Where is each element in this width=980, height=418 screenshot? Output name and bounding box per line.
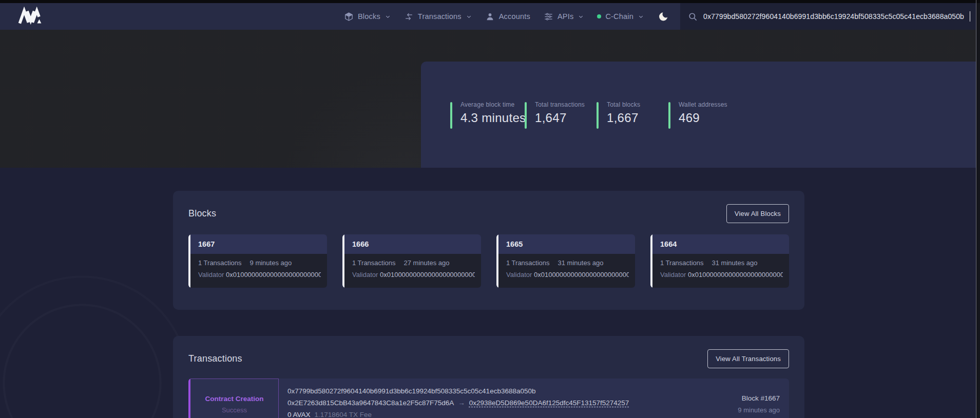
page-body: Blocks View All Blocks 1667 1 Transactio…: [0, 168, 980, 418]
transactions-section-header: Transactions View All Transactions: [188, 349, 789, 368]
stat-value: 4.3 minutes: [460, 111, 526, 125]
block-time-ago: 31 minutes ago: [558, 259, 604, 267]
validator-label: Validator: [198, 271, 224, 278]
block-number: 1667: [190, 234, 327, 254]
stat-label: Total transactions: [535, 101, 585, 108]
stat-total-transactions: Total transactions 1,647: [525, 101, 597, 129]
validator-label: Validator: [506, 271, 532, 278]
block-number: 1664: [652, 234, 789, 254]
transactions-section: Transactions View All Transactions Contr…: [173, 336, 804, 418]
stat-value: 1,667: [607, 111, 640, 125]
blocks-section: Blocks View All Blocks 1667 1 Transactio…: [173, 191, 804, 310]
transaction-status-box: Contract Creation Success: [190, 379, 279, 418]
transaction-details: 0x7799bd580272f9604140b6991d3bb6c19924bf…: [279, 379, 686, 418]
block-card-list: 1667 1 Transactions 9 minutes ago Valida…: [188, 234, 789, 288]
chevron-down-icon: [466, 14, 472, 19]
transaction-meta: Block #1667 9 minutes ago: [686, 379, 789, 418]
search-input[interactable]: 0x7799bd580272f9604140b6991d3bb6c19924bf…: [680, 3, 980, 30]
chevron-down-icon: [385, 14, 391, 19]
block-time-ago: 31 minutes ago: [712, 259, 758, 267]
block-card-body: 1 Transactions 27 minutes ago Validator …: [344, 254, 481, 288]
nav-item-accounts[interactable]: Accounts: [485, 12, 530, 22]
block-card-body: 1 Transactions 31 minutes ago Validator …: [498, 254, 635, 288]
block-card-accent: [188, 234, 190, 288]
nav-label-blocks: Blocks: [358, 12, 380, 21]
block-time-ago: 27 minutes ago: [404, 259, 450, 267]
block-card[interactable]: 1667 1 Transactions 9 minutes ago Valida…: [188, 234, 327, 288]
block-card-body: 1 Transactions 9 minutes ago Validator 0…: [190, 254, 327, 288]
validator-label: Validator: [352, 271, 378, 278]
cube-icon: [344, 12, 354, 22]
swap-icon: [404, 12, 414, 22]
stat-accent-bar: [450, 102, 452, 129]
block-time-ago: 9 minutes ago: [250, 259, 292, 267]
navbar: Blocks Transactions Accounts: [0, 3, 980, 30]
search-icon: [688, 12, 698, 22]
transaction-row: Contract Creation Success 0x7799bd580272…: [188, 379, 789, 418]
block-tx-count: 1 Transactions: [198, 259, 242, 267]
from-address: 0x2E7263d815CbB43a9647843C8a1e2F5c87F75d…: [287, 399, 454, 407]
scrollbar-track-top: [976, 0, 980, 3]
chain-selector[interactable]: C-Chain: [597, 12, 644, 21]
block-tx-count: 1 Transactions: [352, 259, 396, 267]
transaction-time-ago: 9 minutes ago: [738, 406, 780, 414]
block-card[interactable]: 1664 1 Transactions 31 minutes ago Valid…: [650, 234, 789, 288]
search-value: 0x7799bd580272f9604140b6991d3bb6c19924bf…: [703, 12, 964, 21]
nav-label-transactions: Transactions: [418, 12, 462, 21]
sliders-icon: [544, 12, 553, 22]
stat-average-block-time: Average block time 4.3 minutes: [450, 101, 525, 129]
stat-label: Average block time: [460, 101, 526, 108]
chain-status-dot: [597, 14, 601, 18]
stat-value: 469: [679, 111, 727, 125]
blocks-section-title: Blocks: [188, 208, 216, 219]
arrow-right-icon: →: [458, 399, 465, 407]
validator-address: 0x010000000000000000000000...: [380, 271, 475, 278]
block-tx-count: 1 Transactions: [506, 259, 550, 267]
stat-value: 1,647: [535, 111, 585, 125]
stat-accent-bar: [597, 102, 599, 129]
transaction-hash: 0x7799bd580272f9604140b6991d3bb6c19924bf…: [287, 385, 686, 397]
block-number: 1665: [498, 234, 635, 254]
block-card[interactable]: 1665 1 Transactions 31 minutes ago Valid…: [496, 234, 635, 288]
block-number: 1666: [344, 234, 481, 254]
validator-address: 0x010000000000000000000000...: [534, 271, 629, 278]
nav-label-accounts: Accounts: [499, 12, 530, 21]
stat-label: Wallet addresses: [679, 101, 727, 108]
chain-selector-label: C-Chain: [605, 12, 633, 21]
block-card-body: 1 Transactions 31 minutes ago Validator …: [652, 254, 789, 288]
transaction-block-number[interactable]: Block #1667: [742, 394, 780, 402]
transaction-status: Success: [222, 406, 247, 414]
nav-item-transactions[interactable]: Transactions: [404, 12, 472, 22]
nav-item-apis[interactable]: APIs: [544, 12, 584, 22]
nav-label-apis: APIs: [558, 12, 573, 21]
text-caret: [970, 11, 971, 22]
block-card-accent: [496, 234, 498, 288]
nav-item-blocks[interactable]: Blocks: [344, 12, 391, 22]
validator-address: 0x010000000000000000000000...: [226, 271, 321, 278]
stat-accent-bar: [525, 102, 527, 129]
theme-toggle[interactable]: [658, 11, 669, 22]
validator-label: Validator: [660, 271, 686, 278]
block-card-accent: [650, 234, 652, 288]
view-all-blocks-button[interactable]: View All Blocks: [726, 204, 789, 223]
transactions-section-title: Transactions: [188, 353, 242, 364]
block-card-accent: [342, 234, 344, 288]
validator-address: 0x010000000000000000000000...: [688, 271, 783, 278]
stat-accent-bar: [668, 102, 670, 129]
nav-menu: Blocks Transactions Accounts: [344, 11, 680, 22]
transaction-amount: 0 AVAX: [287, 411, 311, 418]
avalanche-logo[interactable]: [18, 7, 42, 26]
stat-total-blocks: Total blocks 1,667: [597, 101, 668, 129]
view-all-transactions-button[interactable]: View All Transactions: [707, 349, 789, 368]
hero-banner: Average block time 4.3 minutes Total tra…: [0, 30, 980, 168]
person-icon: [485, 12, 495, 22]
stat-label: Total blocks: [607, 101, 640, 108]
block-card[interactable]: 1666 1 Transactions 27 minutes ago Valid…: [342, 234, 481, 288]
to-address-link[interactable]: 0x2938eD5D869e50DA6f125dfc45F13157f52742…: [469, 399, 629, 407]
page-scrollbar[interactable]: [976, 0, 980, 418]
stats-panel: Average block time 4.3 minutes Total tra…: [421, 62, 980, 168]
avalanche-logo-icon: [18, 7, 42, 26]
stat-wallet-addresses: Wallet addresses 469: [668, 101, 740, 129]
chevron-down-icon: [638, 14, 644, 19]
block-tx-count: 1 Transactions: [660, 259, 704, 267]
